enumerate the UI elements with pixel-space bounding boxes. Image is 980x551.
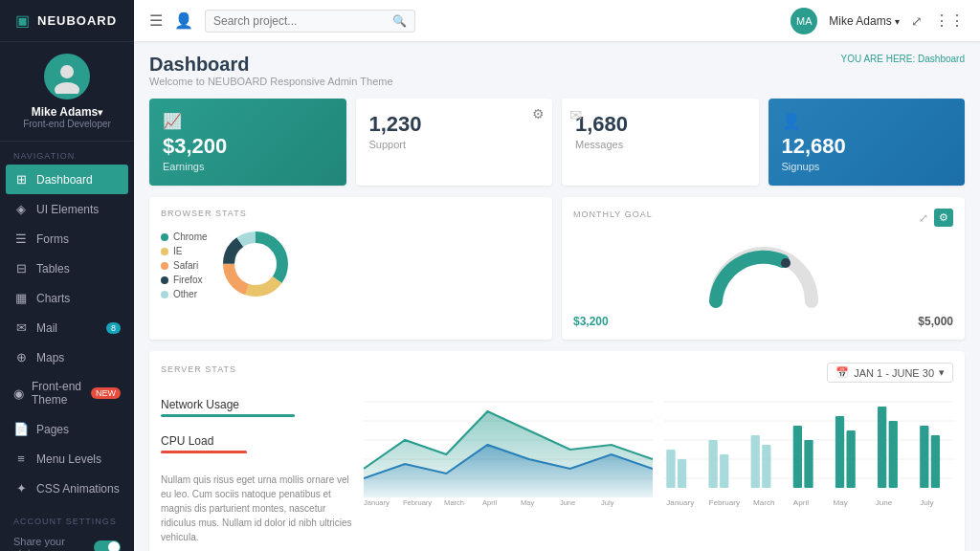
stat-card-messages: ✉ 1,680 Messages — [562, 99, 759, 186]
svg-rect-27 — [666, 450, 675, 488]
monthly-gear-icon[interactable]: ⚙ — [934, 209, 953, 227]
svg-rect-33 — [793, 426, 802, 488]
svg-rect-40 — [931, 435, 940, 488]
page-title: Dashboard — [149, 54, 393, 76]
search-input[interactable] — [213, 14, 392, 28]
nav-label: Charts — [36, 292, 70, 305]
nav-label: Front-end Theme — [32, 380, 83, 407]
mail-icon: ✉ — [13, 320, 29, 335]
nav-item-maps[interactable]: ⊕ Maps — [0, 342, 134, 372]
nav-item-pages[interactable]: 📄 Pages — [0, 414, 134, 444]
share-status-row: Share your status — [0, 530, 134, 551]
bar-chart: January February March April May June Ju… — [664, 392, 953, 544]
support-label: Support — [369, 139, 540, 150]
search-icon: 🔍 — [392, 14, 407, 28]
nav-item-menu-levels[interactable]: ≡ Menu Levels — [0, 444, 134, 474]
nav-label: Pages — [36, 423, 69, 436]
nav-label: Menu Levels — [36, 452, 101, 466]
search-box: 🔍 — [205, 10, 415, 33]
nav-item-charts[interactable]: ▦ Charts — [0, 283, 134, 313]
content-area: Dashboard Welcome to NEUBOARD Responsive… — [134, 42, 980, 551]
signups-value: 12,680 — [782, 134, 952, 159]
network-usage-bar — [161, 414, 295, 417]
nav-item-mail[interactable]: ✉ Mail 8 — [0, 313, 134, 342]
menu-levels-icon: ≡ — [13, 452, 29, 466]
svg-rect-37 — [878, 407, 886, 488]
expand-icon[interactable]: ⤢ — [911, 13, 923, 29]
chrome-dot — [161, 233, 168, 241]
stat-card-signups: 👤 12,680 Signups — [768, 99, 966, 186]
nav-label: Forms — [36, 232, 69, 246]
svg-text:May: May — [834, 499, 849, 507]
dashboard-icon: ⊞ — [13, 172, 29, 187]
browser-stats-card: BROWSER STATS Chrome IE Safari Firefox O… — [149, 197, 552, 340]
svg-rect-36 — [846, 430, 855, 488]
sidebar-profile: Mike Adams▾ Front-end Developer — [0, 42, 134, 142]
server-date-range[interactable]: 📅 JAN 1 - JUNE 30 ▾ — [827, 363, 953, 383]
new-badge: NEW — [91, 387, 121, 399]
page-subtitle: Welcome to NEUBOARD Responsive Admin The… — [149, 76, 393, 87]
more-icon[interactable]: ⋮⋮ — [934, 11, 965, 30]
topbar: ☰ 👤 🔍 MA Mike Adams ▾ ⤢ ⋮⋮ — [134, 0, 980, 42]
pages-icon: 📄 — [13, 422, 29, 436]
svg-text:March: March — [444, 498, 464, 507]
svg-point-1 — [55, 82, 79, 94]
sidebar: ▣ NEUBOARD Mike Adams▾ Front-end Develop… — [0, 0, 134, 551]
browser-content: Chrome IE Safari Firefox Other — [161, 226, 541, 305]
svg-rect-35 — [835, 416, 844, 488]
main-content: ☰ 👤 🔍 MA Mike Adams ▾ ⤢ ⋮⋮ Dashboard Wel… — [134, 0, 980, 551]
logo-text: NEUBOARD — [37, 13, 117, 28]
svg-rect-39 — [920, 426, 928, 488]
legend-safari: Safari — [161, 260, 208, 271]
css-animations-icon: ✦ — [13, 481, 29, 496]
donut-chart — [217, 226, 294, 305]
server-stats-title: SERVER STATS — [161, 364, 236, 374]
svg-text:May: May — [521, 498, 535, 507]
support-gear-icon[interactable]: ⚙ — [532, 106, 545, 121]
network-usage-label: Network Usage — [161, 398, 352, 411]
svg-text:January: January — [666, 499, 694, 507]
svg-rect-30 — [720, 454, 728, 488]
svg-text:July: July — [920, 499, 934, 507]
sidebar-logo: ▣ NEUBOARD — [0, 0, 134, 42]
svg-text:April: April — [482, 498, 497, 507]
user-icon[interactable]: 👤 — [174, 11, 193, 30]
server-stats-header: SERVER STATS 📅 JAN 1 - JUNE 30 ▾ — [161, 363, 953, 383]
legend-ie: IE — [161, 246, 208, 256]
svg-text:April: April — [793, 499, 810, 507]
other-dot — [161, 291, 168, 298]
frontend-icon: ◉ — [13, 386, 24, 401]
cpu-load-bar — [161, 451, 247, 453]
nav-item-dashboard[interactable]: ⊞ Dashboard — [6, 165, 128, 194]
network-usage-item: Network Usage — [161, 392, 352, 423]
topbar-avatar: MA — [791, 8, 817, 34]
share-status-label: Share your status — [13, 536, 86, 551]
monthly-goal-card: MONTHLY GOAL ⤢ ⚙ $3,200 $5,000 — [562, 197, 965, 340]
monthly-target: $5,000 — [918, 315, 953, 328]
svg-rect-29 — [708, 440, 717, 488]
svg-text:January: January — [364, 498, 390, 507]
nav-item-frontend-theme[interactable]: ◉ Front-end Theme NEW — [0, 372, 134, 414]
monthly-expand-icon[interactable]: ⤢ — [919, 211, 928, 225]
svg-text:February: February — [403, 498, 433, 507]
menu-icon[interactable]: ☰ — [149, 11, 163, 30]
signups-label: Signups — [782, 161, 952, 172]
nav-item-ui-elements[interactable]: ◈ UI Elements — [0, 194, 134, 224]
nav-item-tables[interactable]: ⊟ Tables — [0, 253, 134, 283]
svg-rect-28 — [678, 459, 686, 488]
profile-role: Front-end Developer — [23, 119, 111, 129]
nav-section-label: NAVIGATION — [0, 142, 134, 165]
svg-point-7 — [781, 258, 791, 268]
nav-label: Mail — [36, 321, 57, 335]
signups-icon: 👤 — [782, 112, 952, 130]
nav-item-css-animations[interactable]: ✦ CSS Animations — [0, 474, 134, 503]
charts-icon: ▦ — [13, 291, 29, 305]
nav-item-forms[interactable]: ☰ Forms — [0, 224, 134, 253]
monthly-goal-title: MONTHLY GOAL — [573, 209, 653, 219]
earnings-icon: 📈 — [163, 112, 333, 130]
cpu-load-label: CPU Load — [161, 434, 352, 448]
forms-icon: ☰ — [13, 231, 29, 246]
server-stats-card: SERVER STATS 📅 JAN 1 - JUNE 30 ▾ Network… — [149, 351, 965, 551]
svg-rect-38 — [889, 421, 898, 488]
share-status-toggle[interactable] — [94, 540, 121, 551]
